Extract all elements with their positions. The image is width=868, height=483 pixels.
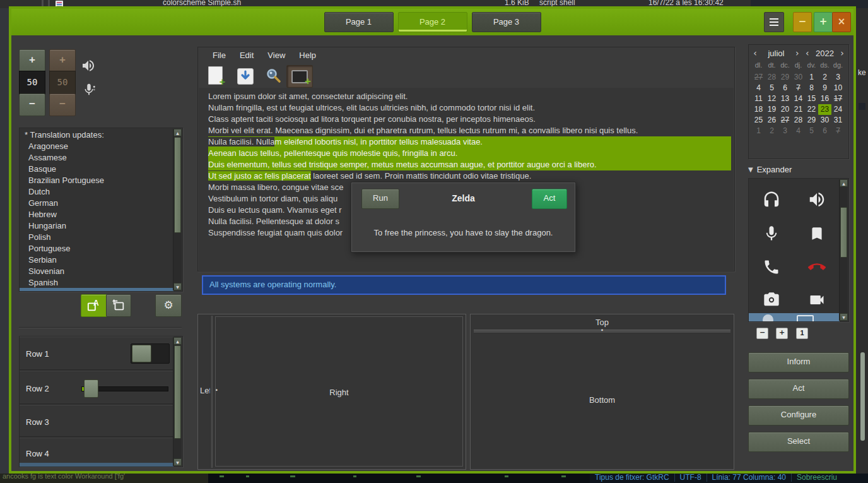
headphones-icon[interactable] xyxy=(762,190,781,212)
rows-scrollbar[interactable]: ▲ ▼ xyxy=(173,337,182,466)
calendar-day[interactable]: 6 xyxy=(818,126,831,136)
calendar-day[interactable]: 25 xyxy=(752,115,765,126)
microphone-icon[interactable] xyxy=(763,224,780,246)
calendar-day[interactable]: 27 xyxy=(752,72,765,83)
language-item[interactable]: German xyxy=(20,198,173,209)
calendar-day[interactable]: 12 xyxy=(765,93,778,104)
scrollbar-thumb[interactable] xyxy=(174,345,181,439)
calendar-day[interactable]: 7 xyxy=(831,126,845,136)
calendar-day[interactable]: 5 xyxy=(765,83,778,93)
maximize-button[interactable]: + xyxy=(814,12,833,32)
next-month-icon[interactable]: › xyxy=(792,48,802,58)
menu-help[interactable]: Help xyxy=(292,47,323,64)
minimize-button[interactable]: − xyxy=(793,12,812,32)
prev-year-icon[interactable]: ‹ xyxy=(802,48,812,58)
menu-edit[interactable]: Edit xyxy=(233,47,261,64)
camera-icon[interactable] xyxy=(762,291,781,311)
bookmark-icon[interactable] xyxy=(809,224,825,246)
iconview-scrollbar[interactable]: ▲ ▼ xyxy=(839,179,848,321)
language-item[interactable]: Slovenian xyxy=(20,266,173,277)
calendar-day[interactable]: 16 xyxy=(818,93,831,104)
calendar-day[interactable]: 14 xyxy=(792,93,805,104)
language-item[interactable]: Dutch xyxy=(20,186,173,198)
language-item[interactable]: Brazilian Portuguese xyxy=(20,175,173,186)
switch-knob[interactable] xyxy=(132,345,151,362)
infobar[interactable]: All systems are operating normally. xyxy=(202,275,726,295)
select-button[interactable]: Select xyxy=(748,432,849,452)
scroll-up-icon[interactable]: ▲ xyxy=(173,129,182,136)
calendar-day[interactable]: 4 xyxy=(752,83,765,93)
calendar-day[interactable]: 22 xyxy=(805,104,818,115)
zoom-in-button[interactable]: + xyxy=(776,328,788,339)
calendar-day[interactable]: 6 xyxy=(778,83,792,93)
list-row-2[interactable]: Row 2 xyxy=(20,371,173,405)
toggle-switch[interactable] xyxy=(131,343,170,364)
zoom-out-button[interactable]: − xyxy=(756,328,768,339)
calendar-day[interactable]: 28 xyxy=(765,72,778,83)
calendar-day[interactable]: 5 xyxy=(805,126,818,136)
calendar-day[interactable]: 31 xyxy=(831,115,845,126)
translation-list[interactable]: * Translation updates:AragoneseAssameseB… xyxy=(19,128,183,292)
calendar-day[interactable]: 1 xyxy=(752,126,765,136)
calendar-day[interactable]: 24 xyxy=(831,104,845,115)
inform-button[interactable]: Inform xyxy=(748,352,849,373)
titlebar[interactable]: Page 1 Page 2 Page 3 − + × xyxy=(11,9,853,35)
calendar-day[interactable]: 27 xyxy=(778,115,792,126)
act-button[interactable]: Act xyxy=(532,189,567,209)
calendar-day[interactable]: 7 xyxy=(792,83,805,93)
calendar-day[interactable]: 30 xyxy=(818,115,831,126)
spin-entry[interactable]: 50 xyxy=(19,71,45,95)
calendar-day[interactable]: 4 xyxy=(792,126,805,136)
calendar-day[interactable]: 3 xyxy=(831,72,845,83)
calendar-day[interactable]: 18 xyxy=(752,104,765,115)
fullscreen-toggle-button[interactable]: + xyxy=(286,65,313,88)
phone-hangup-icon[interactable] xyxy=(807,258,827,278)
rows-listbox[interactable]: Row 1 Row 2 Row 3 Row 4 ▲ ▼ xyxy=(19,336,183,467)
calendar-day[interactable]: 26 xyxy=(765,115,778,126)
settings-button[interactable]: ⚙ xyxy=(155,294,182,317)
calendar-day[interactable]: 17 xyxy=(831,93,845,104)
translation-list-scrollbar[interactable]: ▲ ▼ xyxy=(173,129,182,290)
calendar-day[interactable]: 23 xyxy=(818,104,831,115)
new-document-button[interactable]: + xyxy=(208,66,223,85)
next-year-icon[interactable]: › xyxy=(837,48,847,58)
orientation-button[interactable] xyxy=(106,294,131,317)
close-button[interactable]: × xyxy=(832,12,851,32)
calendar-day[interactable]: 3 xyxy=(778,126,792,136)
expander[interactable]: ▼ Expander xyxy=(748,163,792,176)
calendar-day[interactable]: 30 xyxy=(792,72,805,83)
videocam-icon[interactable] xyxy=(807,291,827,311)
tab-page-2[interactable]: Page 2 xyxy=(398,12,467,32)
tab-page-3[interactable]: Page 3 xyxy=(472,12,541,32)
menu-file[interactable]: File xyxy=(206,47,233,64)
calendar-day[interactable]: 8 xyxy=(805,83,818,93)
menu-view[interactable]: View xyxy=(261,47,292,64)
phone-icon[interactable] xyxy=(763,258,780,278)
list-row-1[interactable]: Row 1 xyxy=(20,337,173,371)
icon-view[interactable]: ▲ ▼ xyxy=(748,178,849,322)
scrollbar-thumb[interactable] xyxy=(174,137,181,233)
calendar-day[interactable]: 21 xyxy=(792,104,805,115)
calendar-day[interactable]: 15 xyxy=(805,93,818,104)
scroll-up-icon[interactable]: ▲ xyxy=(840,179,848,187)
hamburger-menu-button[interactable] xyxy=(764,12,784,32)
calendar-day[interactable]: 11 xyxy=(752,93,765,104)
calendar-day[interactable]: 9 xyxy=(818,83,831,93)
calendar-day[interactable]: 1 xyxy=(805,72,818,83)
scroll-down-icon[interactable]: ▼ xyxy=(840,313,848,321)
language-item[interactable]: Basque xyxy=(20,164,173,175)
translate-toggle-button[interactable]: A xyxy=(81,294,107,317)
calendar-day[interactable]: 19 xyxy=(765,104,778,115)
scroll-down-icon[interactable]: ▼ xyxy=(173,458,182,466)
save-download-button[interactable] xyxy=(237,68,254,85)
act-button[interactable]: Act xyxy=(748,379,849,399)
calendar-day[interactable]: 29 xyxy=(805,115,818,126)
list-row-3[interactable]: Row 3 xyxy=(20,405,173,438)
scroll-down-icon[interactable]: ▼ xyxy=(173,283,182,290)
calendar-day[interactable]: 20 xyxy=(778,104,792,115)
calendar-day[interactable]: 28 xyxy=(792,115,805,126)
calendar-day[interactable]: 2 xyxy=(765,126,778,136)
calendar-day[interactable]: 2 xyxy=(818,72,831,83)
volume-icon[interactable] xyxy=(807,190,827,212)
scroll-up-icon[interactable]: ▲ xyxy=(173,337,182,345)
